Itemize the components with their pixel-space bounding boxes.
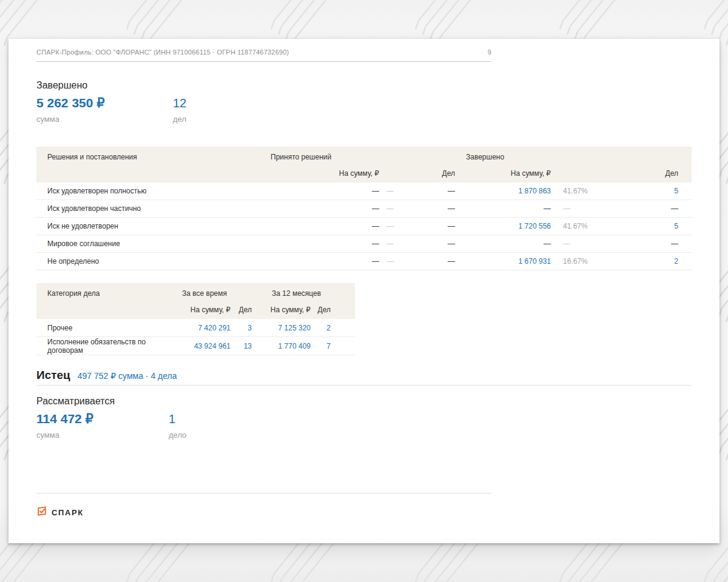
row-label: Не определено xyxy=(36,257,273,266)
completed-cases: 5 xyxy=(605,222,692,230)
in-progress-amount: 114 472 ₽ xyxy=(36,412,169,426)
completed-count-label: дел xyxy=(173,115,186,124)
categories-table-header: Категория дела За все время За 12 месяце… xyxy=(36,283,355,319)
year-amount: 1 770 409 xyxy=(252,342,311,350)
row-label: Прочее xyxy=(36,324,182,332)
completed-cases: 2 xyxy=(605,257,692,266)
accepted-cases: — xyxy=(434,239,455,248)
completed-cases: 5 xyxy=(605,187,692,195)
spark-logo-text: СПАРК xyxy=(52,508,84,517)
col-header-cases: Дел xyxy=(605,169,692,178)
row-label: Иск удовлетворен частично xyxy=(36,204,273,213)
plaintiff-section: Истец 497 752 ₽ сумма · 4 дела xyxy=(36,369,692,386)
plaintiff-title: Истец xyxy=(36,369,70,382)
col-header-amount: На сумму, ₽ xyxy=(455,169,551,178)
completed-amount: 1 720 556 xyxy=(455,222,551,230)
page-number: 9 xyxy=(488,48,491,56)
year-cases: 2 xyxy=(311,324,331,332)
accepted-percent: — xyxy=(379,204,434,213)
col-header-amount: На сумму, ₽ xyxy=(273,169,379,178)
accepted-amount: — xyxy=(273,257,379,266)
accepted-percent: — xyxy=(379,239,434,248)
all-time-cases: 3 xyxy=(231,324,252,332)
accepted-amount: — xyxy=(273,222,379,230)
categories-table-body: Прочее 7 420 291 3 7 125 320 2 Исполнени… xyxy=(36,319,355,355)
completed-amount: 1 670 931 xyxy=(455,257,551,266)
completed-amount-label: сумма xyxy=(36,115,173,124)
accepted-amount: — xyxy=(273,187,379,195)
col-header-decisions: Решения и постановления xyxy=(47,153,137,161)
accepted-cases: — xyxy=(434,222,455,230)
col-header-amount: На сумму, ₽ xyxy=(182,306,231,314)
group-header-all-time: За все время xyxy=(182,289,227,298)
all-time-amount: 43 924 961 xyxy=(182,342,231,350)
table-row: Прочее 7 420 291 3 7 125 320 2 xyxy=(36,319,355,337)
table-row: Иск удовлетворен полностью — — — 1 870 8… xyxy=(36,182,692,200)
table-row: Не определено — — — 1 670 931 16.67% 2 xyxy=(36,253,692,270)
accepted-amount: — xyxy=(273,204,379,213)
completed-percent: — xyxy=(551,239,605,248)
all-time-cases: 13 xyxy=(231,342,252,350)
completed-percent: 16.67% xyxy=(551,257,605,266)
completed-percent: 41.67% xyxy=(551,222,605,230)
accepted-cases: — xyxy=(434,187,455,195)
in-progress-count-label: дело xyxy=(169,430,186,440)
all-time-amount: 7 420 291 xyxy=(182,324,231,332)
row-label: Мировое соглашение xyxy=(36,239,273,248)
year-amount: 7 125 320 xyxy=(252,324,311,332)
completed-cases: — xyxy=(605,204,692,213)
categories-table: Категория дела За все время За 12 месяце… xyxy=(36,283,355,355)
completed-summary: Завершено 5 262 350 ₽ 12 сумма дел xyxy=(36,80,692,124)
in-progress-count: 1 xyxy=(169,412,175,426)
decisions-table: Решения и постановления Принято решений … xyxy=(36,147,692,270)
decisions-table-body: Иск удовлетворен полностью — — — 1 870 8… xyxy=(36,182,692,270)
table-row: Иск не удовлетворен — — — 1 720 556 41.6… xyxy=(36,218,692,235)
footer-divider xyxy=(36,493,491,493)
completed-percent: 41.67% xyxy=(551,187,605,195)
in-progress-summary: Рассматривается 114 472 ₽ 1 сумма дело xyxy=(36,396,692,440)
accepted-cases: — xyxy=(434,257,455,266)
col-header-amount: На сумму, ₽ xyxy=(252,306,311,314)
row-label: Иск удовлетворен полностью xyxy=(36,187,273,195)
spark-checkbox-icon xyxy=(36,506,47,519)
accepted-percent: — xyxy=(379,257,434,266)
completed-amount: 1 870 863 xyxy=(455,187,551,195)
completed-title: Завершено xyxy=(36,80,692,91)
year-cases: 7 xyxy=(311,342,331,350)
plaintiff-summary: 497 752 ₽ сумма · 4 дела xyxy=(78,371,177,381)
doc-header: СПАРК-Профиль: ООО "ФЛОРАНС" (ИНН 971006… xyxy=(36,39,491,62)
accepted-amount: — xyxy=(273,239,379,248)
spark-logo: СПАРК xyxy=(36,506,692,519)
group-header-12-months: За 12 месяцев xyxy=(272,289,321,298)
in-progress-title: Рассматривается xyxy=(36,396,692,407)
col-header-cases: Дел xyxy=(231,306,252,314)
accepted-cases: — xyxy=(434,204,455,213)
decisions-table-header: Решения и постановления Принято решений … xyxy=(36,147,692,182)
col-header-category: Категория дела xyxy=(47,289,99,298)
group-header-accepted: Принято решений xyxy=(271,153,331,161)
doc-header-title: СПАРК-Профиль: ООО "ФЛОРАНС" (ИНН 971006… xyxy=(36,48,289,56)
accepted-percent: — xyxy=(379,222,434,230)
col-header-cases: Дел xyxy=(434,169,455,178)
completed-amount: — xyxy=(455,239,551,248)
table-row: Иск удовлетворен частично — — — — — — xyxy=(36,200,692,218)
row-label: Исполнение обязательств по договорам xyxy=(36,338,182,355)
completed-amount: 5 262 350 ₽ xyxy=(36,96,173,110)
group-header-completed: Завершено xyxy=(466,153,504,161)
report-page: СПАРК-Профиль: ООО "ФЛОРАНС" (ИНН 971006… xyxy=(8,39,720,543)
col-header-cases: Дел xyxy=(311,306,331,314)
completed-cases: — xyxy=(605,239,692,248)
accepted-percent: — xyxy=(379,187,434,195)
in-progress-amount-label: сумма xyxy=(36,430,169,440)
table-row: Мировое соглашение — — — — — — xyxy=(36,235,692,253)
row-label: Иск не удовлетворен xyxy=(36,222,273,230)
completed-percent: — xyxy=(551,204,605,213)
table-row: Исполнение обязательств по договорам 43 … xyxy=(36,337,355,355)
completed-count: 12 xyxy=(173,96,186,110)
completed-amount: — xyxy=(455,204,551,213)
